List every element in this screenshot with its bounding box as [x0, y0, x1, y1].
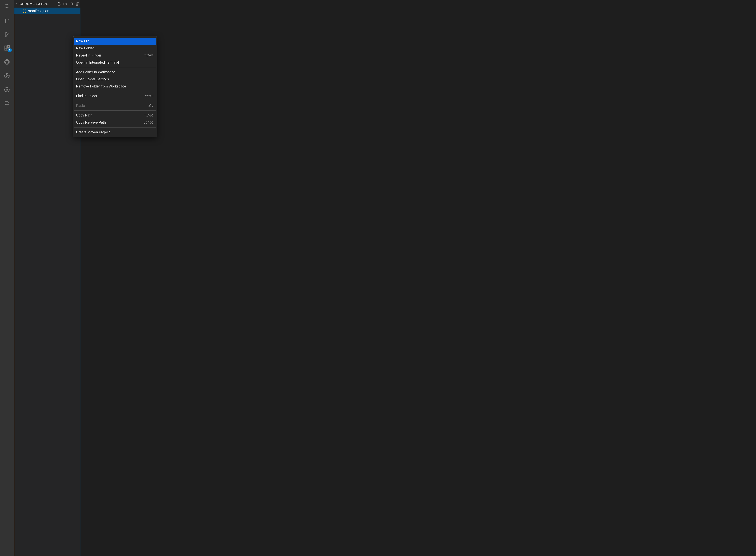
menu-item-label: Add Folder to Workspace... — [76, 70, 118, 74]
menu-item-shortcut: ⌥⌘C — [144, 113, 154, 117]
editor-area — [80, 0, 756, 556]
activity-bar: 3 — [0, 0, 14, 556]
menu-item-label: Remove Folder from Workspace — [76, 84, 126, 89]
explorer-sidebar: CHROME EXTEN… {..} manifest.json — [14, 0, 80, 556]
activity-github-icon[interactable] — [3, 58, 10, 66]
refresh-icon[interactable] — [69, 2, 73, 6]
explorer-folder-title: CHROME EXTEN… — [20, 2, 51, 6]
json-file-icon: {..} — [23, 9, 26, 13]
menu-item[interactable]: New File... — [74, 38, 156, 45]
menu-item-shortcut: ⌥⇧F — [145, 94, 154, 98]
svg-point-2 — [5, 18, 6, 19]
activity-extensions-icon[interactable]: 3 — [3, 44, 10, 52]
menu-item[interactable]: Reveal in Finder⌥⌘R — [74, 52, 156, 59]
menu-item[interactable]: Remove Folder from Workspace — [74, 83, 156, 90]
menu-item-shortcut: ⌥⌘R — [144, 53, 154, 58]
chevron-down-icon — [15, 2, 19, 5]
menu-item-label: Reveal in Finder — [76, 53, 101, 58]
menu-item[interactable]: Copy Path⌥⌘C — [74, 112, 156, 119]
svg-point-16 — [6, 74, 7, 75]
menu-item-shortcut: ⌘V — [148, 104, 154, 108]
svg-point-3 — [5, 22, 6, 23]
svg-rect-13 — [7, 45, 9, 47]
menu-item[interactable]: New Folder... — [74, 45, 156, 52]
menu-separator — [74, 110, 156, 111]
menu-item-label: Find in Folder... — [76, 94, 100, 98]
activity-source-control-icon[interactable] — [3, 16, 10, 24]
menu-item[interactable]: Find in Folder...⌥⇧F — [74, 93, 156, 100]
menu-separator — [74, 127, 156, 128]
svg-line-9 — [6, 37, 7, 37]
explorer-header-actions — [57, 2, 79, 6]
activity-git-graph-icon[interactable] — [3, 72, 10, 79]
menu-item-shortcut: ⌥⇧⌘C — [141, 120, 154, 125]
explorer-header[interactable]: CHROME EXTEN… — [14, 0, 80, 7]
menu-item-label: Open Folder Settings — [76, 77, 109, 81]
menu-item-label: Paste — [76, 103, 85, 108]
file-item-label: manifest.json — [28, 9, 49, 13]
file-tree[interactable]: {..} manifest.json — [14, 7, 80, 556]
svg-rect-11 — [5, 48, 7, 50]
svg-rect-10 — [5, 46, 7, 48]
menu-item[interactable]: Open in Integrated Terminal — [74, 59, 156, 66]
activity-actions-icon[interactable] — [3, 86, 10, 93]
activity-search-icon[interactable] — [3, 3, 10, 10]
svg-point-15 — [4, 73, 9, 78]
menu-item[interactable]: Add Folder to Workspace... — [74, 69, 156, 76]
menu-item: Paste⌘V — [74, 102, 156, 109]
svg-line-8 — [5, 37, 5, 37]
menu-item[interactable]: Create Maven Project — [74, 129, 156, 136]
collapse-all-icon[interactable] — [75, 2, 79, 6]
menu-item-label: Create Maven Project — [76, 130, 110, 135]
activity-comments-icon[interactable] — [3, 100, 10, 107]
activity-run-debug-icon[interactable] — [3, 31, 10, 38]
svg-point-18 — [7, 75, 8, 76]
menu-item-label: Open in Integrated Terminal — [76, 60, 119, 65]
new-file-icon[interactable] — [57, 2, 61, 6]
svg-point-17 — [6, 76, 7, 77]
menu-item-label: Copy Path — [76, 113, 92, 118]
menu-separator — [74, 101, 156, 101]
menu-item-label: New Folder... — [76, 46, 97, 50]
menu-item-label: Copy Relative Path — [76, 120, 106, 125]
context-menu: New File...New Folder...Reveal in Finder… — [73, 36, 157, 137]
file-item-manifest-json[interactable]: {..} manifest.json — [14, 7, 80, 14]
menu-item[interactable]: Open Folder Settings — [74, 76, 156, 83]
new-folder-icon[interactable] — [63, 2, 67, 6]
menu-item[interactable]: Copy Relative Path⌥⇧⌘C — [74, 119, 156, 126]
svg-point-0 — [5, 4, 8, 8]
menu-item-label: New File... — [76, 39, 93, 43]
extensions-badge: 3 — [8, 48, 12, 52]
svg-line-1 — [8, 7, 9, 8]
svg-point-4 — [8, 20, 9, 21]
